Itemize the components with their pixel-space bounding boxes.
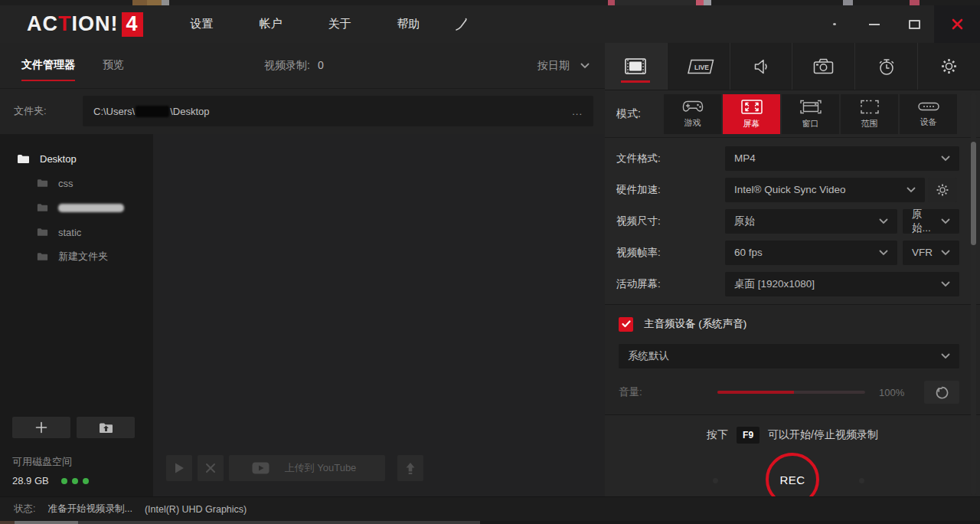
upload-to-youtube-button[interactable]: 上传到 YouTube <box>229 455 385 481</box>
desktop-background-sliver <box>0 0 980 5</box>
tab-timer[interactable] <box>855 43 918 90</box>
video-size-secondary-select[interactable]: 原始... <box>903 209 959 234</box>
primary-audio-row: 主音频设备 (系统声音) <box>605 314 980 334</box>
left-dot <box>713 478 718 483</box>
svg-text:LIVE: LIVE <box>694 63 709 70</box>
tab-video-recording[interactable] <box>605 43 668 90</box>
folder-icon <box>37 203 48 212</box>
file-manager-header: 文件管理器 预览 视频录制:0 按日期 <box>0 43 605 89</box>
tree-item-static[interactable]: static <box>0 220 153 244</box>
disk-status-dots <box>61 478 89 484</box>
framerate-select[interactable]: 60 fps <box>725 241 897 265</box>
chevron-down-icon <box>580 63 590 69</box>
tab-file-manager[interactable]: 文件管理器 <box>21 58 75 74</box>
delete-button[interactable] <box>198 455 224 481</box>
tree-item-redacted[interactable] <box>0 195 153 220</box>
volume-slider-fill <box>717 391 794 394</box>
statusbar: 状态: 准备开始视频录制... (Intel(R) UHD Graphics) <box>0 496 980 521</box>
video-size-select[interactable]: 原始 <box>725 209 897 234</box>
close-icon[interactable] <box>934 5 980 43</box>
menu-settings[interactable]: 设置 <box>168 5 237 43</box>
chevron-down-icon <box>941 281 950 287</box>
mode-screen[interactable]: 屏幕 <box>723 94 780 134</box>
file-format-select[interactable]: MP4 <box>725 146 959 171</box>
folder-icon <box>17 154 30 164</box>
reset-icon <box>936 386 949 399</box>
tab-audio-recording[interactable] <box>730 43 793 90</box>
upload-button[interactable] <box>397 455 423 481</box>
window-controls <box>815 5 980 43</box>
upload-to-youtube-label: 上传到 YouTube <box>270 461 371 475</box>
folder-icon <box>37 178 48 188</box>
play-button[interactable] <box>166 455 192 481</box>
logo-text-accent: T <box>58 12 72 36</box>
disk-space-label: 可用磁盘空间 <box>12 455 153 469</box>
logo-text: AC <box>27 12 58 36</box>
browse-folder-button[interactable]: ... <box>572 106 583 117</box>
hardware-acceleration-settings-button[interactable] <box>928 178 957 202</box>
recorder-tabs: LIVE <box>605 43 980 90</box>
folder-path-row: 文件夹: C:\Users\\Desktop ... <box>0 89 605 133</box>
setting-row-video-size: 视频尺寸: 原始 原始... <box>605 205 980 237</box>
gear-icon <box>940 57 958 75</box>
tree-item-desktop[interactable]: Desktop <box>0 146 153 171</box>
minimize-icon[interactable] <box>854 5 894 43</box>
youtube-icon <box>252 462 270 474</box>
pen-icon[interactable] <box>443 5 479 43</box>
gamepad-icon <box>681 99 704 114</box>
file-manager-panel: 文件管理器 预览 视频录制:0 按日期 文件夹: C:\Users\\Deskt… <box>0 43 605 496</box>
upload-icon <box>404 462 416 475</box>
menu-help[interactable]: 帮助 <box>374 5 443 43</box>
plus-icon <box>35 421 47 434</box>
mode-window[interactable]: 窗口 <box>782 94 839 134</box>
primary-audio-label: 主音频设备 (系统声音) <box>644 317 746 331</box>
tab-live-streaming[interactable]: LIVE <box>668 43 730 90</box>
panel-scrollbar[interactable] <box>971 92 976 495</box>
chevron-down-icon <box>879 250 888 256</box>
action-app-window: ACTION! 4 设置 帐户 关于 帮助 文件管理器 预览 <box>0 0 980 524</box>
volume-reset-button[interactable] <box>924 381 959 404</box>
scrollbar-thumb[interactable] <box>971 142 976 245</box>
chevron-down-icon <box>941 250 950 256</box>
folder-path-input[interactable]: C:\Users\\Desktop ... <box>83 96 593 126</box>
mode-device[interactable]: 设备 <box>900 94 957 134</box>
audio-device-select[interactable]: 系统默认 <box>619 344 959 368</box>
play-icon <box>175 463 185 473</box>
recordings-count: 0 <box>318 59 324 71</box>
add-folder-button[interactable] <box>12 417 70 438</box>
folder-open-icon <box>99 422 113 434</box>
mode-row: 模式: 游戏 屏幕 窗口 范 <box>605 90 980 138</box>
menu-account[interactable]: 帐户 <box>237 5 305 43</box>
open-folder-button[interactable] <box>77 417 135 438</box>
tray-icon[interactable] <box>815 5 854 43</box>
volume-slider[interactable] <box>717 391 865 394</box>
volume-label: 音量: <box>619 385 717 399</box>
main-menu: 设置 帐户 关于 帮助 <box>168 5 443 43</box>
redacted-folder-name <box>58 204 124 212</box>
tree-item-css[interactable]: css <box>0 171 153 195</box>
app-logo: ACTION! 4 <box>27 12 143 37</box>
maximize-icon[interactable] <box>894 5 934 43</box>
chevron-down-icon <box>906 187 916 193</box>
stopwatch-icon <box>877 57 896 76</box>
screen-icon <box>740 99 763 115</box>
primary-audio-checkbox[interactable] <box>619 317 633 332</box>
titlebar: ACTION! 4 设置 帐户 关于 帮助 <box>0 5 980 43</box>
tab-screenshot[interactable] <box>792 43 855 90</box>
menu-about[interactable]: 关于 <box>305 5 374 43</box>
mode-game[interactable]: 游戏 <box>664 94 721 134</box>
camera-icon <box>813 58 834 74</box>
active-screen-select[interactable]: 桌面 [1920x1080] <box>725 272 959 296</box>
tab-preview[interactable]: 预览 <box>103 58 124 74</box>
hotkey-hint: 按下 F9 可以开始/停止视频录制 <box>605 426 980 444</box>
tree-item-new-folder[interactable]: 新建文件夹 <box>0 244 153 269</box>
sort-by-date-select[interactable]: 按日期 <box>537 59 590 73</box>
framerate-mode-select[interactable]: VFR <box>903 241 959 265</box>
desktop-background-sliver <box>0 521 980 524</box>
tab-recorder-settings[interactable] <box>918 43 980 90</box>
live-icon: LIVE <box>682 59 714 74</box>
mode-region[interactable]: 范围 <box>841 94 898 134</box>
hardware-acceleration-select[interactable]: Intel® Quick Sync Video <box>725 178 925 202</box>
status-device: (Intel(R) UHD Graphics) <box>145 504 247 515</box>
setting-row-hardware-acceleration: 硬件加速: Intel® Quick Sync Video <box>605 174 980 205</box>
